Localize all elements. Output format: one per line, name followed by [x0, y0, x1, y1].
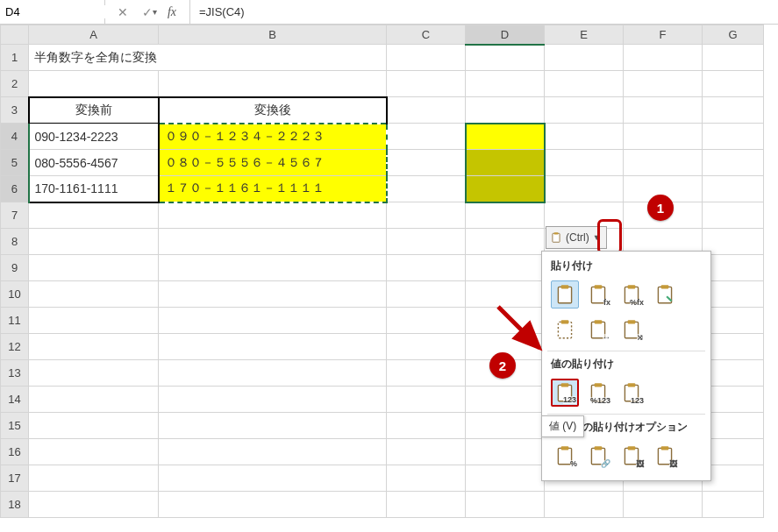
- cell-C1[interactable]: [387, 45, 466, 71]
- col-header-D[interactable]: D: [466, 25, 545, 45]
- cell-D8[interactable]: [466, 229, 545, 255]
- paste-option-transpose[interactable]: ⤭: [617, 316, 646, 344]
- col-header-B[interactable]: B: [159, 25, 387, 45]
- cell-D5[interactable]: [466, 150, 545, 176]
- cell-A5[interactable]: 080-5556-4567: [29, 150, 159, 176]
- cell-F4[interactable]: [624, 124, 703, 150]
- cell-B5[interactable]: ０８０－５５５６－４５６７: [159, 150, 387, 176]
- cell-C6[interactable]: [387, 176, 466, 202]
- cell-E3[interactable]: [545, 97, 624, 124]
- cell-B11[interactable]: [159, 308, 387, 334]
- row-header-18[interactable]: 18: [1, 492, 29, 518]
- cell-D4[interactable]: [466, 124, 545, 150]
- paste-option-values[interactable]: 123: [551, 379, 579, 407]
- cell-B6[interactable]: １７０－１１６１－１１１１: [159, 176, 387, 202]
- cell-C14[interactable]: [387, 387, 466, 413]
- cell-G17[interactable]: [703, 465, 764, 492]
- cell-G8[interactable]: [703, 229, 764, 255]
- cell-E5[interactable]: [545, 150, 624, 176]
- cell-G9[interactable]: [703, 255, 764, 281]
- cell-G15[interactable]: [703, 413, 764, 439]
- paste-option-keep-source-formatting[interactable]: [651, 280, 679, 309]
- cell-F3[interactable]: [624, 97, 703, 124]
- cell-G1[interactable]: [703, 45, 764, 71]
- cell-E6[interactable]: [545, 176, 624, 202]
- cell-G12[interactable]: [703, 334, 764, 360]
- cell-C3[interactable]: [387, 97, 466, 124]
- cell-D18[interactable]: [466, 492, 545, 518]
- cell-G6[interactable]: [703, 176, 764, 202]
- cell-D1[interactable]: [466, 45, 545, 71]
- cell-B12[interactable]: [159, 334, 387, 360]
- cell-D17[interactable]: [466, 465, 545, 492]
- enter-icon[interactable]: ✓: [137, 3, 158, 22]
- cell-C18[interactable]: [387, 492, 466, 518]
- paste-option-paste[interactable]: [551, 280, 579, 309]
- cell-G16[interactable]: [703, 439, 764, 465]
- formula-input[interactable]: =JIS(C4): [190, 5, 778, 18]
- row-header-10[interactable]: 10: [1, 281, 29, 308]
- col-header-G[interactable]: G: [703, 25, 764, 45]
- paste-option-keep-col-width[interactable]: ↔: [584, 316, 612, 344]
- cell-E4[interactable]: [545, 124, 624, 150]
- cell-G13[interactable]: [703, 360, 764, 387]
- cell-A7[interactable]: [29, 202, 159, 229]
- select-all-corner[interactable]: [1, 25, 29, 45]
- paste-option-values-source-format[interactable]: 123: [617, 379, 646, 407]
- cell-A12[interactable]: [29, 334, 159, 360]
- row-header-15[interactable]: 15: [1, 413, 29, 439]
- row-header-8[interactable]: 8: [1, 229, 29, 255]
- cell-B3[interactable]: 変換後: [159, 97, 387, 124]
- cell-A2[interactable]: [29, 71, 159, 97]
- cell-B18[interactable]: [159, 492, 387, 518]
- cancel-icon[interactable]: ✕: [112, 3, 133, 22]
- cell-C16[interactable]: [387, 439, 466, 465]
- cell-B7[interactable]: [159, 202, 387, 229]
- paste-option-picture[interactable]: 🖼: [617, 442, 646, 470]
- paste-option-link[interactable]: 🔗: [584, 442, 612, 470]
- col-header-A[interactable]: A: [29, 25, 159, 45]
- cell-D6[interactable]: [466, 176, 545, 202]
- cell-C12[interactable]: [387, 334, 466, 360]
- col-header-F[interactable]: F: [624, 25, 703, 45]
- cell-G18[interactable]: [703, 492, 764, 518]
- cell-D16[interactable]: [466, 439, 545, 465]
- row-header-11[interactable]: 11: [1, 308, 29, 334]
- cell-D7[interactable]: [466, 202, 545, 229]
- cell-C8[interactable]: [387, 229, 466, 255]
- cell-C15[interactable]: [387, 413, 466, 439]
- cell-B10[interactable]: [159, 281, 387, 308]
- cell-F1[interactable]: [624, 45, 703, 71]
- cell-B16[interactable]: [159, 439, 387, 465]
- cell-A9[interactable]: [29, 255, 159, 281]
- name-box-container[interactable]: ▾: [0, 0, 105, 24]
- row-header-12[interactable]: 12: [1, 334, 29, 360]
- cell-A1[interactable]: 半角数字を全角に変換: [29, 45, 387, 71]
- fx-icon[interactable]: fx: [161, 3, 182, 22]
- cell-A3[interactable]: 変換前: [29, 97, 159, 124]
- cell-C7[interactable]: [387, 202, 466, 229]
- cell-B4[interactable]: ０９０－１２３４－２２２３: [159, 124, 387, 150]
- cell-D9[interactable]: [466, 255, 545, 281]
- cell-E1[interactable]: [545, 45, 624, 71]
- cell-A4[interactable]: 090-1234-2223: [29, 124, 159, 150]
- cell-A8[interactable]: [29, 229, 159, 255]
- col-header-C[interactable]: C: [387, 25, 466, 45]
- row-header-16[interactable]: 16: [1, 439, 29, 465]
- cell-C5[interactable]: [387, 150, 466, 176]
- cell-F5[interactable]: [624, 150, 703, 176]
- cell-A13[interactable]: [29, 360, 159, 387]
- cell-G2[interactable]: [703, 71, 764, 97]
- cell-C4[interactable]: [387, 124, 466, 150]
- cell-A17[interactable]: [29, 465, 159, 492]
- row-header-3[interactable]: 3: [1, 97, 29, 124]
- cell-E2[interactable]: [545, 71, 624, 97]
- cell-G4[interactable]: [703, 124, 764, 150]
- cell-C10[interactable]: [387, 281, 466, 308]
- cell-G14[interactable]: [703, 387, 764, 413]
- col-header-E[interactable]: E: [545, 25, 624, 45]
- cell-E18[interactable]: [545, 492, 624, 518]
- row-header-17[interactable]: 17: [1, 465, 29, 492]
- cell-D15[interactable]: [466, 413, 545, 439]
- paste-option-no-borders[interactable]: [551, 316, 579, 344]
